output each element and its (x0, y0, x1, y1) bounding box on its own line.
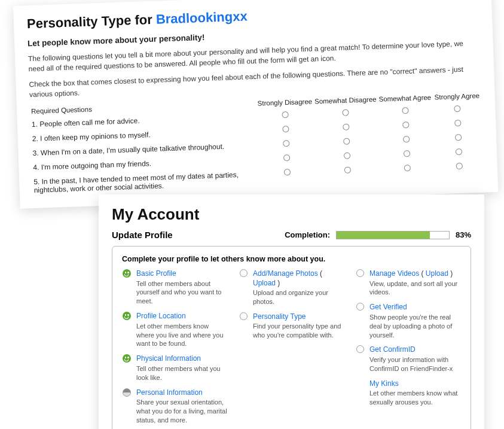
question-radio-cell (258, 136, 315, 152)
radio-button[interactable] (282, 126, 289, 132)
profile-sections-box: Complete your profile to let others know… (112, 246, 471, 429)
profile-section-link[interactable]: Personal Information (136, 388, 228, 398)
status-complete-icon (123, 312, 131, 320)
update-profile-label: Update Profile (112, 230, 173, 240)
profile-section-desc: Let other members know where you live an… (136, 322, 228, 349)
profile-section-item: Basic ProfileTell other members about yo… (122, 269, 228, 306)
radio-button[interactable] (284, 169, 291, 175)
radio-button[interactable] (344, 152, 350, 159)
radio-button[interactable] (455, 134, 462, 141)
personality-title-prefix: Personality Type for (27, 12, 157, 32)
profile-section-body: Personality TypeFind your personality ty… (253, 312, 344, 340)
paren-open: ( (318, 269, 322, 278)
status-slot (355, 269, 365, 297)
status-complete-icon (123, 269, 131, 278)
question-radio-cell (316, 162, 381, 187)
update-profile-row: Update Profile Completion: 83% (112, 230, 471, 240)
profile-section-link[interactable]: My Kinks (369, 379, 461, 389)
radio-button[interactable] (283, 140, 289, 147)
profile-section-desc: Tell other members about yourself and wh… (136, 279, 228, 306)
paren-open: ( (419, 269, 426, 278)
radio-button[interactable] (404, 150, 410, 157)
radio-button[interactable] (402, 121, 409, 128)
profile-section-link[interactable]: Add/Manage Photos ( Upload ) (253, 269, 344, 288)
status-empty-icon (240, 312, 248, 320)
status-slot (239, 269, 248, 306)
profile-column-1: Basic ProfileTell other members about yo… (122, 269, 228, 429)
status-slot (355, 303, 365, 339)
status-complete-icon (123, 354, 131, 363)
status-empty-icon (240, 269, 248, 277)
status-slot (122, 312, 132, 348)
profile-section-link[interactable]: Profile Location (136, 312, 228, 321)
question-radio-cell (256, 107, 314, 123)
status-slot (122, 269, 132, 306)
radio-button[interactable] (344, 138, 350, 144)
profile-section-link[interactable]: Get Verified (369, 303, 461, 312)
profile-section-item: Get ConfirmIDVerify your information wit… (355, 345, 461, 373)
profile-section-link[interactable]: Physical Information (136, 354, 228, 364)
radio-button[interactable] (404, 165, 411, 171)
profile-section-desc: Find your personality type and who you'r… (253, 322, 344, 340)
profile-section-body: Profile LocationLet other members know w… (136, 312, 228, 348)
status-empty-icon (356, 303, 364, 311)
profile-section-desc: Share your sexual orientation, what you … (136, 398, 228, 425)
profile-section-body: Personal InformationShare your sexual or… (136, 388, 228, 425)
status-empty-icon (356, 269, 364, 277)
profile-section-item: Personality TypeFind your personality ty… (239, 312, 344, 340)
radio-button[interactable] (456, 148, 462, 155)
question-radio-cell (433, 115, 482, 132)
profile-section-desc: Upload and organize your photos. (253, 288, 344, 306)
username-link[interactable]: Bradlookingxx (155, 8, 248, 26)
profile-section-body: Basic ProfileTell other members about yo… (136, 269, 228, 306)
status-slot (355, 379, 365, 407)
profile-section-desc: Verify your information with ConfirmID o… (369, 355, 461, 373)
completion-label: Completion: (285, 230, 330, 239)
radio-button[interactable] (454, 120, 461, 126)
status-partial-icon (123, 388, 131, 397)
radio-button[interactable] (454, 105, 460, 112)
personality-type-panel: Personality Type for Bradlookingxx Let p… (13, 0, 498, 208)
question-radio-cell (257, 121, 314, 138)
question-radio-cell (433, 130, 483, 146)
profile-section-link[interactable]: Basic Profile (136, 269, 228, 279)
profile-section-link[interactable]: Get ConfirmID (369, 345, 461, 355)
completion-percentage: 83% (456, 230, 471, 239)
question-radio-cell (379, 132, 434, 148)
profile-section-link[interactable]: Manage Videos ( Upload ) (369, 269, 461, 279)
status-slot (122, 388, 132, 425)
profile-box-intro: Complete your profile to let others know… (122, 255, 461, 263)
question-radio-cell (434, 144, 484, 160)
status-slot (355, 345, 365, 373)
question-radio-cell (258, 165, 316, 189)
radio-button[interactable] (282, 111, 288, 118)
upload-link[interactable]: Upload (426, 269, 448, 278)
radio-button[interactable] (343, 109, 349, 115)
radio-button[interactable] (283, 154, 290, 161)
profile-section-item: Add/Manage Photos ( Upload )Upload and o… (239, 269, 344, 306)
radio-button[interactable] (456, 162, 463, 169)
my-account-panel: My Account Update Profile Completion: 83… (99, 194, 484, 429)
profile-section-item: Personal InformationShare your sexual or… (122, 388, 228, 425)
profile-section-body: Add/Manage Photos ( Upload )Upload and o… (253, 269, 344, 306)
profile-section-desc: View, update, and sort all your videos. (369, 279, 461, 297)
paren-close: ) (448, 269, 453, 278)
question-radio-cell (435, 159, 485, 183)
radio-button[interactable] (403, 136, 410, 142)
profile-section-item: Physical InformationTell other members w… (122, 354, 228, 382)
profile-section-body: My KinksLet other members know what sexu… (369, 379, 461, 407)
upload-link[interactable]: Upload (253, 279, 276, 287)
profile-section-item: My KinksLet other members know what sexu… (355, 379, 461, 407)
profile-section-desc: Show people you're the real deal by uplo… (369, 313, 461, 340)
radio-button[interactable] (344, 166, 351, 173)
paren-close: ) (276, 279, 280, 287)
question-radio-cell (379, 146, 434, 162)
profile-section-item: Get VerifiedShow people you're the real … (355, 303, 461, 339)
profile-section-body: Get ConfirmIDVerify your information wit… (369, 345, 461, 373)
completion-wrap: Completion: 83% (285, 230, 471, 239)
radio-button[interactable] (343, 123, 350, 130)
profile-section-link[interactable]: Personality Type (253, 312, 344, 322)
profile-section-item: Manage Videos ( Upload )View, update, an… (355, 269, 461, 297)
radio-button[interactable] (402, 107, 408, 114)
completion-progress-fill (337, 232, 430, 239)
